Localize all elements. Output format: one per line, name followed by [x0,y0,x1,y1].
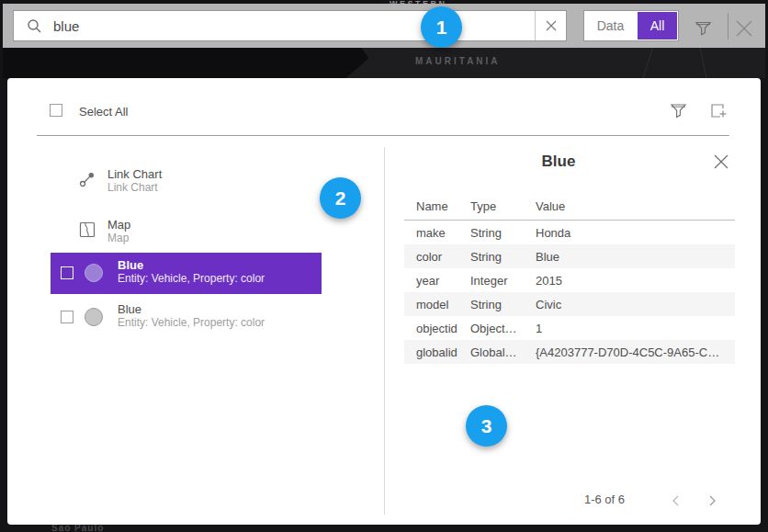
table-row: color String Blue [404,244,735,268]
detail-close-icon[interactable] [714,154,728,169]
callout-badge-3: 3 [466,405,507,447]
result-item-blue-selected[interactable]: Blue Entity: Vehicle, Property: color [51,253,322,294]
link-chart-icon [79,171,96,187]
table-row: make String Honda [404,221,735,244]
map-background: MAURITANIA [3,48,765,78]
cell-value: Civic [536,298,735,311]
result-subtitle: Link Chart [107,181,162,195]
cell-type: String [470,250,536,264]
results-filter-icon[interactable] [670,102,687,119]
add-to-card-icon[interactable] [709,102,728,120]
close-search-icon[interactable] [734,18,754,39]
cell-type: Integer [470,274,536,288]
panel-vertical-divider [384,147,385,515]
toggle-option-data[interactable]: Data [584,11,637,40]
panel-divider [37,135,729,136]
cell-value: Honda [536,226,735,240]
search-toolbar: Data All [3,4,765,48]
table-row: model String Civic [404,292,735,316]
result-subtitle: Entity: Vehicle, Property: color [118,272,265,286]
column-header-value: Value [536,199,735,220]
result-checkbox[interactable] [61,311,73,323]
cell-name: model [404,298,470,311]
result-item-link-chart[interactable]: Link Chart Link Chart [51,162,322,203]
column-header-name: Name [404,199,470,220]
cell-value: {A4203777-D70D-4C5C-9A65-C… [536,345,735,359]
result-item-map[interactable]: Map Map [51,212,322,254]
cell-name: color [404,250,470,264]
scope-toggle: Data All [583,10,679,41]
table-header: Name Type Value [404,199,735,220]
cell-name: objectid [404,322,470,335]
result-checkbox[interactable] [61,266,73,279]
cell-name: make [404,226,470,240]
result-item-blue[interactable]: Blue Entity: Vehicle, Property: color [51,297,322,338]
map-label-mauritania: MAURITANIA [415,56,501,66]
chevron-left-icon[interactable] [672,495,680,506]
pagination-label: 1-6 of 6 [559,492,650,506]
table-row: year Integer 2015 [404,268,735,292]
table-row: objectid Object… 1 [404,316,735,340]
chevron-right-icon[interactable] [708,495,717,506]
toolbar-divider [728,13,728,40]
result-title: Map [107,218,130,232]
column-header-type: Type [470,199,536,220]
cell-type: String [470,226,536,240]
app-window: WESTERN MAURITANIA São Paulo Data All [0,0,768,532]
search-icon [27,18,42,34]
callout-badge-2: 2 [320,177,361,219]
cell-value: 1 [536,322,735,335]
search-results-panel: Select All Link Chart Link Chart Map [7,78,761,525]
entity-circle-icon [85,308,103,326]
map-border-line [699,44,707,80]
cell-type: Object… [470,322,536,335]
cell-value: 2015 [536,274,735,288]
toggle-option-all[interactable]: All [638,12,677,40]
cell-type: Global… [470,345,536,359]
filter-icon[interactable] [695,20,712,37]
select-all-label: Select All [79,105,128,119]
map-border-line [642,45,654,80]
map-icon [79,221,96,238]
attribute-table: Name Type Value make String Honda color … [404,199,735,364]
detail-title: Blue [503,153,614,171]
select-all-checkbox[interactable] [50,104,62,117]
cell-value: Blue [536,250,735,264]
entity-circle-icon [85,264,103,282]
cell-name: year [404,274,470,288]
table-row: globalid Global… {A4203777-D70D-4C5C-9A6… [404,340,735,364]
cell-name: globalid [404,345,470,359]
search-box [13,10,567,41]
result-subtitle: Map [107,232,130,245]
cell-type: String [470,298,536,311]
clear-search-button[interactable] [535,11,566,40]
result-subtitle: Entity: Vehicle, Property: color [118,316,265,330]
result-title: Blue [118,302,265,316]
result-title: Blue [118,258,265,272]
result-title: Link Chart [107,167,162,181]
callout-badge-1: 1 [421,6,462,48]
